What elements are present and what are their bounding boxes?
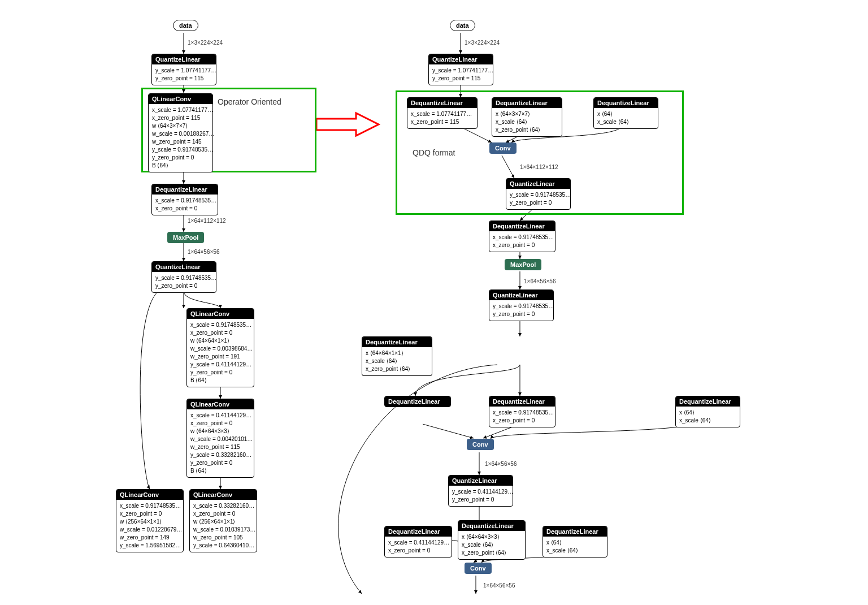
shape-label: 1×64×56×56 bbox=[483, 582, 515, 589]
shape-label: 1×64×56×56 bbox=[524, 278, 555, 284]
node-title: DequantizeLinear bbox=[407, 98, 477, 108]
node-body: y_scale = 1.07741177…y_zero_point = 115 bbox=[429, 64, 493, 85]
qlinearconv-node: QLinearConv x_scale = 0.91748535…x_zero_… bbox=[116, 489, 184, 552]
node-title: DequantizeLinear bbox=[543, 526, 607, 537]
node-body: x_scale = 0.33282160…x_zero_point = 0w ⟨… bbox=[190, 500, 257, 552]
node-title: QLinearConv bbox=[187, 399, 254, 409]
dequantize-linear-node-overlay: DequantizeLinear x ⟨64×64×1×1⟩x_scale ⟨6… bbox=[362, 336, 432, 376]
qlinearconv-node: QLinearConv x_scale = 0.91748535…x_zero_… bbox=[186, 308, 254, 387]
node-body: x_scale = 1.07741177…x_zero_point = 115w… bbox=[149, 104, 212, 172]
shape-label: 1×64×112×112 bbox=[520, 164, 558, 170]
node-title: DequantizeLinear bbox=[489, 221, 555, 231]
node-body: y_scale = 0.91748535…y_zero_point = 0 bbox=[152, 272, 216, 292]
node-body: x ⟨64×3×7×7⟩x_scale ⟨64⟩x_zero_point ⟨64… bbox=[492, 108, 562, 136]
node-body: x_scale = 1.07741177…x_zero_point = 115 bbox=[407, 108, 477, 128]
dequantize-linear-node: DequantizeLinear x_scale = 0.91748535…x_… bbox=[151, 184, 218, 215]
node-title: DequantizeLinear bbox=[492, 98, 562, 108]
node-title: QLinearConv bbox=[190, 490, 257, 500]
annotation-left: Operator Oriented bbox=[218, 97, 281, 106]
node-title: QuantizeLinear bbox=[449, 476, 513, 486]
node-body: x ⟨64×64×3×3⟩x_scale ⟨64⟩x_zero_point ⟨6… bbox=[458, 531, 525, 559]
node-title: QLinearConv bbox=[149, 94, 212, 104]
quantize-linear-node: QuantizeLinear y_scale = 1.07741177… y_z… bbox=[151, 54, 216, 85]
svg-line-17 bbox=[423, 424, 474, 438]
node-body: y_scale = 1.07741177… y_zero_point = 115 bbox=[152, 64, 216, 85]
node-body: x_scale = 0.91748535…x_zero_point = 0 bbox=[152, 195, 218, 215]
node-body: x ⟨64×64×1×1⟩x_scale ⟨64⟩x_zero_point ⟨6… bbox=[362, 347, 432, 375]
shape-label: 1×64×56×56 bbox=[188, 249, 219, 255]
dequantize-linear-node: DequantizeLinear x ⟨64×64×3×3⟩x_scale ⟨6… bbox=[458, 520, 526, 560]
data-node-left: data bbox=[173, 20, 198, 31]
conv-node: Conv bbox=[489, 142, 517, 154]
quantize-linear-node: QuantizeLinear y_scale = 1.07741177…y_ze… bbox=[428, 54, 493, 85]
node-body: x ⟨64⟩x_scale ⟨64⟩ bbox=[543, 537, 607, 557]
shape-label: 1×3×224×224 bbox=[465, 40, 500, 46]
shape-label: 1×64×112×112 bbox=[188, 218, 226, 224]
shape-label: 1×3×224×224 bbox=[188, 40, 223, 46]
dequantize-linear-node: DequantizeLinear x ⟨64⟩x_scale ⟨64⟩ bbox=[593, 97, 658, 129]
node-title: DequantizeLinear bbox=[385, 396, 450, 407]
dequantize-linear-node: DequantizeLinear x ⟨64⟩x_scale ⟨64⟩ bbox=[675, 396, 740, 427]
node-body: x_scale = 0.41144129…x_zero_point = 0 bbox=[385, 537, 452, 557]
node-body: x_scale = 0.91748535…x_zero_point = 0w ⟨… bbox=[187, 319, 254, 387]
node-body: x_scale = 0.91748535…x_zero_point = 0 bbox=[489, 407, 555, 427]
node-body: x_scale = 0.91748535…x_zero_point = 0 bbox=[489, 231, 555, 252]
node-title: QuantizeLinear bbox=[152, 54, 216, 64]
conv-node: Conv bbox=[465, 563, 492, 574]
dequantize-linear-node: DequantizeLinear x ⟨64⟩x_scale ⟨64⟩ bbox=[542, 526, 607, 558]
node-title: DequantizeLinear bbox=[489, 396, 555, 407]
annotation-right: QDQ format bbox=[413, 148, 455, 157]
node-title: DequantizeLinear bbox=[594, 98, 658, 108]
qlinearconv-node: QLinearConv x_scale = 1.07741177…x_zero_… bbox=[148, 93, 213, 172]
node-title: QuantizeLinear bbox=[489, 290, 553, 300]
dequantize-linear-node: DequantizeLinear .. bbox=[384, 396, 451, 407]
conv-node: Conv bbox=[467, 439, 494, 450]
node-body: x_scale = 0.91748535…x_zero_point = 0w ⟨… bbox=[116, 500, 183, 552]
node-body: y_scale = 0.91748535…y_zero_point = 0 bbox=[489, 300, 553, 321]
node-body: y_scale = 0.41144129…y_zero_point = 0 bbox=[449, 486, 513, 506]
maxpool-node: MaxPool bbox=[505, 259, 541, 270]
quantize-linear-node: QuantizeLinear y_scale = 0.91748535…y_ze… bbox=[489, 289, 554, 321]
node-title: DequantizeLinear bbox=[152, 184, 218, 195]
maxpool-node: MaxPool bbox=[167, 232, 204, 243]
node-title: QuantizeLinear bbox=[506, 179, 570, 189]
node-body: x ⟨64⟩x_scale ⟨64⟩ bbox=[594, 108, 658, 128]
node-title: DequantizeLinear bbox=[385, 526, 452, 537]
quantize-linear-node: QuantizeLinear y_scale = 0.41144129…y_ze… bbox=[448, 475, 513, 507]
qlinearconv-node: QLinearConv x_scale = 0.41144129…x_zero_… bbox=[186, 399, 254, 478]
data-node-right: data bbox=[450, 20, 475, 31]
dequantize-linear-node: DequantizeLinear x_scale = 1.07741177…x_… bbox=[407, 97, 478, 129]
transform-arrow bbox=[314, 110, 381, 140]
quantize-linear-node: QuantizeLinear y_scale = 0.91748535…y_ze… bbox=[506, 178, 571, 210]
node-title: QuantizeLinear bbox=[152, 262, 216, 272]
node-title: DequantizeLinear bbox=[676, 396, 740, 407]
quantize-linear-node: QuantizeLinear y_scale = 0.91748535…y_ze… bbox=[151, 261, 216, 293]
node-body: x ⟨64⟩x_scale ⟨64⟩ bbox=[676, 407, 740, 427]
qlinearconv-node: QLinearConv x_scale = 0.33282160…x_zero_… bbox=[189, 489, 257, 552]
dequantize-linear-node: DequantizeLinear x_scale = 0.91748535…x_… bbox=[489, 221, 555, 252]
node-title: DequantizeLinear bbox=[458, 521, 525, 531]
dequantize-linear-node: DequantizeLinear x ⟨64×3×7×7⟩x_scale ⟨64… bbox=[492, 97, 562, 137]
shape-label: 1×64×56×56 bbox=[485, 461, 517, 467]
node-title: QuantizeLinear bbox=[429, 54, 493, 64]
node-body: x_scale = 0.41144129…x_zero_point = 0w ⟨… bbox=[187, 409, 254, 477]
node-body: y_scale = 0.91748535…y_zero_point = 0 bbox=[506, 189, 570, 209]
dequantize-linear-node: DequantizeLinear x_scale = 0.91748535…x_… bbox=[489, 396, 555, 427]
node-title: DequantizeLinear bbox=[362, 337, 432, 347]
node-title: QLinearConv bbox=[187, 309, 254, 319]
node-title: QLinearConv bbox=[116, 490, 183, 500]
dequantize-linear-node: DequantizeLinear x_scale = 0.41144129…x_… bbox=[384, 526, 452, 558]
